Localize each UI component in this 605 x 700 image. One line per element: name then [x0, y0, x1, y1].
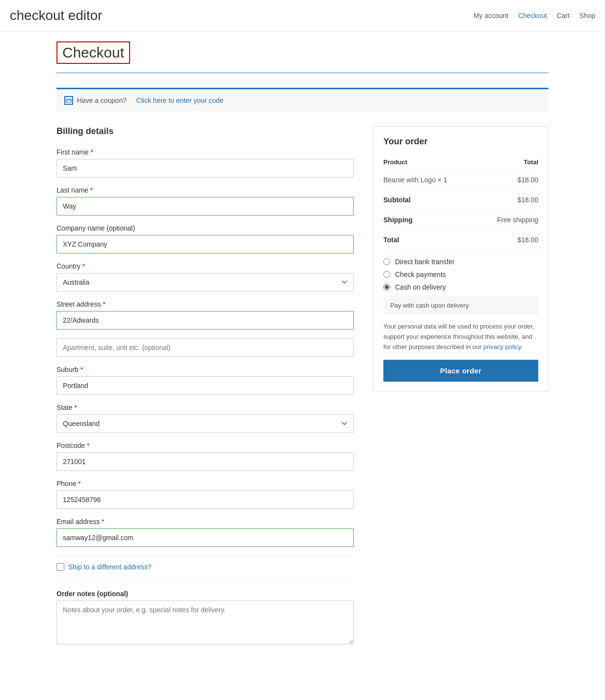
state-label: State * — [57, 404, 354, 411]
apartment-input[interactable] — [57, 338, 354, 357]
privacy-policy-link[interactable]: privacy policy — [483, 343, 521, 350]
email-row: Email address * — [57, 518, 354, 547]
page-title: Checkout — [62, 44, 124, 61]
privacy-text: Your personal data will be used to proce… — [383, 322, 538, 352]
checkout-layout: Billing details First name * Last name *… — [57, 126, 548, 655]
site-title: checkout editor — [10, 8, 102, 23]
state-select[interactable]: Queensland New South Wales Victoria — [57, 414, 354, 433]
product-name: Beanie with Logo × 1 — [383, 170, 477, 190]
ship-label: Ship to a different address? — [68, 563, 151, 571]
nav-checkout[interactable]: Checkout — [518, 12, 547, 19]
state-row: State * Queensland New South Wales Victo… — [57, 404, 354, 433]
required-star: * — [91, 148, 93, 156]
first-name-input[interactable] — [57, 159, 354, 177]
payment-methods: Direct bank transfer Check payments Cash… — [383, 258, 538, 315]
payment-check: Check payments — [383, 271, 538, 278]
col-product: Product — [383, 155, 477, 170]
company-row: Company name (optional) — [57, 224, 354, 253]
coupon-link[interactable]: Click here to enter your code — [136, 97, 224, 104]
street-address-input[interactable] — [57, 311, 354, 330]
page-content: Checkout Have a coupon? Click here to en… — [47, 32, 558, 664]
street-address-label: Street address * — [57, 300, 354, 308]
nav-my-account[interactable]: My account — [473, 12, 509, 19]
total-label: Total — [383, 230, 477, 250]
country-row: Country * Australia United States United… — [57, 262, 354, 292]
order-box-title: Your order — [383, 136, 538, 147]
email-label: Email address * — [57, 518, 354, 525]
postcode-input[interactable] — [57, 452, 354, 471]
check-payments-label: Check payments — [395, 271, 446, 278]
email-input[interactable] — [57, 528, 354, 547]
company-label: Company name (optional) — [57, 224, 354, 232]
check-payments-radio[interactable] — [383, 271, 390, 278]
subtotal-label: Subtotal — [383, 190, 477, 210]
col-total: Total — [477, 155, 538, 170]
country-label: Country * — [57, 262, 354, 270]
street-address-row: Street address * — [57, 300, 354, 330]
title-divider — [57, 73, 548, 73]
cash-delivery-radio[interactable] — [383, 284, 390, 291]
phone-label: Phone * — [57, 480, 354, 487]
ship-row: Ship to a different address? — [57, 556, 354, 578]
order-box: Your order Product Total Beanie with Log… — [373, 126, 548, 392]
last-name-input[interactable] — [57, 197, 354, 215]
product-row: Beanie with Logo × 1 $18.00 — [383, 170, 538, 190]
coupon-icon — [64, 96, 73, 105]
subtotal-value: $18.00 — [477, 190, 538, 210]
billing-title: Billing details — [57, 126, 354, 136]
order-notes-row: Order notes (optional) — [57, 590, 354, 646]
svg-rect-0 — [66, 99, 71, 102]
phone-input[interactable] — [57, 490, 354, 509]
country-select[interactable]: Australia United States United Kingdom — [57, 273, 354, 292]
payment-bank-transfer: Direct bank transfer — [383, 258, 538, 266]
total-value: $18.00 — [477, 230, 538, 250]
company-input[interactable] — [57, 235, 354, 253]
billing-section: Billing details First name * Last name *… — [57, 126, 354, 655]
site-header: checkout editor My account Checkout Cart… — [0, 0, 605, 32]
nav-cart[interactable]: Cart — [557, 12, 569, 19]
subtotal-row: Subtotal $18.00 — [383, 190, 538, 210]
suburb-row: Suburb * — [57, 366, 354, 395]
order-notes-textarea[interactable] — [57, 601, 354, 644]
order-summary: Your order Product Total Beanie with Log… — [373, 126, 548, 392]
page-title-wrap: Checkout — [57, 41, 130, 64]
suburb-label: Suburb * — [57, 366, 354, 373]
postcode-row: Postcode * — [57, 442, 354, 471]
bank-transfer-radio[interactable] — [383, 258, 390, 265]
order-table: Product Total Beanie with Logo × 1 $18.0… — [383, 155, 538, 250]
last-name-row: Last name * — [57, 186, 354, 215]
phone-row: Phone * — [57, 480, 354, 509]
product-total: $18.00 — [477, 170, 538, 190]
postcode-label: Postcode * — [57, 442, 354, 449]
cash-delivery-label: Cash on delivery — [395, 283, 446, 291]
site-nav: My account Checkout Cart Shop — [473, 12, 595, 19]
coupon-text: Have a coupon? — [77, 97, 127, 104]
payment-cash: Cash on delivery — [383, 283, 538, 291]
coupon-bar: Have a coupon? Click here to enter your … — [57, 88, 548, 112]
nav-shop[interactable]: Shop — [579, 12, 595, 19]
apartment-row — [57, 338, 354, 357]
place-order-button[interactable]: Place order — [383, 360, 538, 382]
suburb-input[interactable] — [57, 376, 354, 395]
order-notes-label: Order notes (optional) — [57, 590, 354, 598]
first-name-row: First name * — [57, 148, 354, 177]
ship-checkbox[interactable] — [57, 563, 64, 571]
shipping-row: Shipping Free shipping — [383, 210, 538, 230]
shipping-label: Shipping — [383, 210, 477, 230]
total-row: Total $18.00 — [383, 230, 538, 250]
bank-transfer-label: Direct bank transfer — [395, 258, 454, 266]
shipping-value: Free shipping — [477, 210, 538, 230]
last-name-label: Last name * — [57, 186, 354, 194]
cash-description: Pay with cash upon delivery. — [383, 296, 538, 315]
first-name-label: First name * — [57, 148, 354, 156]
